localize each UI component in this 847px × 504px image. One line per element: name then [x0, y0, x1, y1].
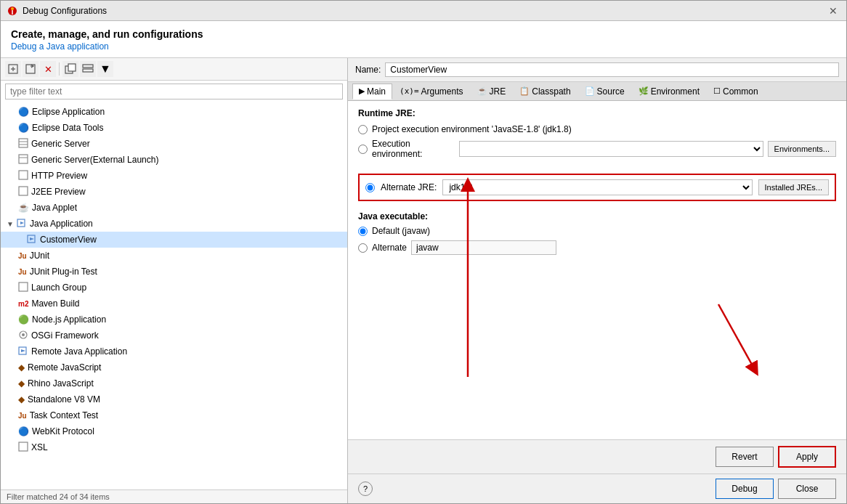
name-label: Name: — [355, 65, 381, 75]
tab-classpath[interactable]: 📋 Classpath — [513, 84, 577, 99]
list-item[interactable]: 🔵 Eclipse Data Tools — [1, 120, 347, 136]
installed-jres-button[interactable]: Installed JREs... — [758, 179, 829, 195]
customer-view-icon — [27, 234, 37, 246]
expand-icon: ▼ — [7, 220, 15, 228]
tab-arguments[interactable]: (x)= Arguments — [393, 84, 470, 99]
java-applet-icon: ☕ — [18, 203, 29, 213]
remote-java-app-tree-item[interactable]: Remote Java Application — [1, 344, 347, 359]
new-config-button[interactable] — [5, 61, 21, 77]
environments-button[interactable]: Environments... — [768, 141, 836, 157]
webkit-icon: 🔵 — [18, 426, 29, 436]
list-item[interactable]: Generic Server — [1, 136, 347, 152]
alternate-exe-input[interactable] — [411, 240, 556, 255]
toolbar: ✕ ▼ — [1, 58, 347, 81]
export-button[interactable] — [23, 61, 38, 77]
list-item[interactable]: 🔵 Eclipse Application — [1, 104, 347, 120]
xsl-icon — [18, 442, 28, 454]
list-item[interactable]: ◆ Rhino JavaScript — [1, 375, 347, 391]
http-preview-icon — [18, 170, 28, 182]
svg-rect-11 — [83, 69, 93, 72]
more-options-button[interactable]: ▼ — [97, 61, 113, 77]
list-item[interactable]: Ju JUnit — [1, 248, 347, 264]
right-panel: Name: ▶ Main (x)= Arguments ☕ JRE — [348, 58, 846, 473]
default-javaw-label: Default (javaw) — [372, 226, 430, 236]
list-item[interactable]: ☕ Java Applet — [1, 200, 347, 216]
list-item[interactable]: Launch Group — [1, 280, 347, 296]
bottom-button-bar: Revert Apply — [348, 439, 846, 473]
alternate-exe-label: Alternate — [372, 243, 407, 253]
alternate-jre-select[interactable]: jdk1.8 — [442, 179, 752, 195]
list-item[interactable]: J2EE Preview — [1, 184, 347, 200]
revert-button[interactable]: Revert — [716, 447, 774, 467]
close-config-button[interactable]: Close — [778, 479, 836, 499]
project-env-radio-row: Project execution environment 'JavaSE-1.… — [358, 124, 836, 134]
tab-common-label: Common — [723, 86, 758, 97]
jre-tab-icon: ☕ — [477, 86, 487, 96]
alternate-exe-radio[interactable] — [358, 243, 368, 253]
svg-point-25 — [22, 333, 25, 336]
alternate-jre-radio[interactable] — [365, 183, 375, 192]
exec-env-radio[interactable] — [358, 145, 368, 154]
filter-input[interactable] — [5, 84, 343, 99]
exec-env-select[interactable] — [459, 141, 763, 157]
list-item[interactable]: 🟢 Node.js Application — [1, 312, 347, 328]
list-item[interactable]: HTTP Preview — [1, 168, 347, 184]
eclipse-app-icon: 🔵 — [18, 107, 29, 117]
duplicate-button[interactable] — [62, 61, 78, 77]
environment-tab-icon: 🌿 — [639, 86, 649, 96]
debug-button[interactable]: Debug — [716, 479, 774, 499]
name-row: Name: — [348, 58, 846, 82]
tab-common[interactable]: ☐ Common — [707, 84, 765, 99]
list-item[interactable]: Ju JUnit Plug-in Test — [1, 264, 347, 280]
tab-jre[interactable]: ☕ JRE — [471, 84, 513, 99]
delete-button[interactable]: ✕ — [40, 61, 56, 77]
exec-env-row: Execution environment: Environments... — [358, 139, 836, 159]
exec-env-select-wrap — [459, 141, 763, 157]
list-item[interactable]: m2 Maven Build — [1, 296, 347, 312]
j2ee-preview-icon — [18, 186, 28, 198]
apply-button[interactable]: Apply — [778, 446, 836, 468]
remote-java-app-icon — [18, 346, 28, 358]
toolbar-separator — [59, 62, 60, 76]
svg-marker-27 — [21, 349, 25, 352]
generic-server-icon — [18, 138, 28, 150]
source-tab-icon: 📄 — [585, 86, 595, 96]
customer-view-tree-item[interactable]: CustomerView — [1, 232, 347, 248]
list-item[interactable]: Ju Task Context Test — [1, 407, 347, 423]
help-button[interactable]: ? — [358, 481, 373, 496]
list-item[interactable]: 🔵 WebKit Protocol — [1, 423, 347, 439]
project-env-radio[interactable] — [358, 125, 368, 134]
list-item[interactable]: XSL — [1, 439, 347, 455]
svg-rect-10 — [83, 65, 93, 68]
close-button[interactable]: ✕ — [826, 4, 840, 18]
task-context-icon: Ju — [18, 412, 27, 420]
main-tab-icon: ▶ — [359, 86, 365, 96]
right-outer: Name: ▶ Main (x)= Arguments ☕ JRE — [348, 58, 846, 503]
runtime-jre-label: Runtime JRE: — [358, 108, 836, 118]
default-javaw-radio[interactable] — [358, 227, 368, 236]
classpath-tab-icon: 📋 — [519, 86, 530, 96]
java-application-tree-item[interactable]: ▼ Java Application — [1, 216, 347, 232]
tab-bar: ▶ Main (x)= Arguments ☕ JRE 📋 Classpath — [348, 82, 846, 101]
java-exe-radio-group: Default (javaw) Alternate — [358, 226, 836, 255]
tab-main[interactable]: ▶ Main — [352, 84, 392, 99]
list-item[interactable]: OSGi Framework — [1, 328, 347, 344]
tab-arguments-label: Arguments — [421, 86, 463, 97]
alternate-exe-row: Alternate — [358, 240, 836, 255]
list-item[interactable]: Generic Server(External Launch) — [1, 152, 347, 168]
default-javaw-row: Default (javaw) — [358, 226, 836, 236]
svg-line-31 — [718, 304, 755, 370]
list-item[interactable]: ◆ Remote JavaScript — [1, 359, 347, 375]
tab-source[interactable]: 📄 Source — [578, 84, 631, 99]
tab-classpath-label: Classpath — [532, 86, 570, 97]
name-input[interactable] — [385, 62, 839, 77]
rhino-js-icon: ◆ — [18, 378, 25, 389]
collapse-all-button[interactable] — [80, 61, 96, 77]
junit-plugin-icon: Ju — [18, 268, 27, 276]
alternate-jre-label: Alternate JRE: — [381, 182, 437, 192]
tab-environment[interactable]: 🌿 Environment — [632, 84, 706, 99]
list-item[interactable]: ◆ Standalone V8 VM — [1, 391, 347, 407]
tab-main-label: Main — [367, 86, 386, 97]
debug-configurations-window: Debug Configurations ✕ Create, manage, a… — [0, 0, 847, 504]
svg-rect-28 — [19, 442, 28, 451]
